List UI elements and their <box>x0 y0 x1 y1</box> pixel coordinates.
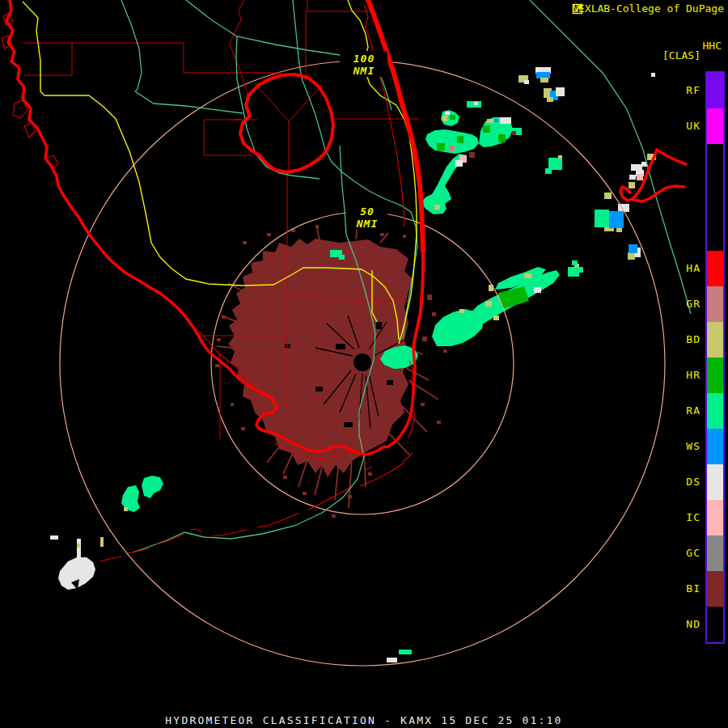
legend-swatch-HA <box>707 251 723 286</box>
lake-okeechobee <box>240 74 333 172</box>
product-code: HHC <box>703 40 722 52</box>
florida-keys <box>100 453 413 561</box>
echo-rain-band-east <box>422 264 579 353</box>
ring-label-50nmi: 50 NMI <box>347 205 387 230</box>
legend-label-RF: RF <box>686 84 700 96</box>
legend-swatch-DS <box>707 464 723 500</box>
legend-swatch-HR <box>707 358 723 393</box>
legend-swatch-BD <box>707 322 723 358</box>
echo-bi-blob <box>215 225 441 518</box>
legend-label-BI: BI <box>686 582 700 595</box>
header: NEXLAB-College of DuPage <box>572 3 724 15</box>
echo-small-clusters-far-ne <box>518 67 655 102</box>
echo-south-specks <box>387 650 412 662</box>
legend-swatch-GR <box>707 286 723 322</box>
product-tag: [CLAS] <box>662 50 700 61</box>
echo-bahamas-cluster <box>571 154 656 275</box>
legend-swatch-ND <box>707 607 723 642</box>
legend-swatch-IC <box>707 500 723 535</box>
echo-rain-cluster-north <box>421 101 562 214</box>
radar-map <box>0 0 728 728</box>
legend-label-HA: HA <box>686 262 700 274</box>
legend-swatch-GC <box>707 535 723 571</box>
legend-label-ND: ND <box>686 618 700 630</box>
legend-label-UK: UK <box>686 120 700 132</box>
legend-label-BD: BD <box>686 333 700 345</box>
ring-label-100nmi: 100 NMI <box>341 53 387 77</box>
legend-label-RA: RA <box>686 404 700 417</box>
legend-label-GC: GC <box>686 547 700 559</box>
legend-color-bar <box>705 71 725 644</box>
footer-title: HYDROMETEOR CLASSIFICATION - KAMX 15 DEC… <box>0 714 728 726</box>
legend-swatch-RA <box>707 393 723 429</box>
legend-label-IC: IC <box>686 511 700 523</box>
legend-swatch-BI <box>707 571 723 607</box>
station-flag-icon <box>572 3 583 15</box>
radar-site-hole <box>353 353 371 371</box>
legend-label-DS: DS <box>686 476 700 488</box>
legend-swatch-RF <box>707 73 723 108</box>
legend-swatch-WS <box>707 429 723 464</box>
legend-swatch-UK <box>707 108 723 144</box>
radar-display: NEXLAB-College of DuPage HHC [CLAS] 100 … <box>0 0 728 728</box>
legend-swatch-gap <box>707 144 723 251</box>
echo-southwest <box>50 476 163 590</box>
brand-title: NEXLAB-College of DuPage <box>572 3 724 15</box>
legend-label-HR: HR <box>686 369 700 381</box>
legend-label-WS: WS <box>686 440 700 452</box>
legend-label-GR: GR <box>686 298 700 310</box>
